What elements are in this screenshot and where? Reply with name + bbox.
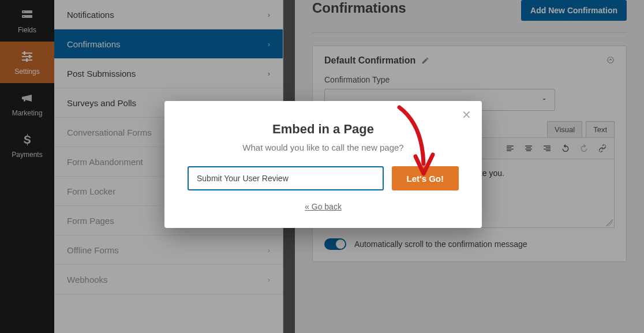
- go-back-link[interactable]: « Go back: [305, 202, 342, 211]
- modal-subtitle: What would you like to call the new page…: [188, 143, 459, 152]
- embed-modal: ✕ Embed in a Page What would you like to…: [164, 101, 482, 228]
- lets-go-button[interactable]: Let's Go!: [392, 166, 459, 190]
- close-icon[interactable]: ✕: [462, 108, 471, 122]
- modal-title: Embed in a Page: [188, 122, 459, 137]
- modal-form-row: Let's Go!: [188, 166, 459, 190]
- page-name-input[interactable]: [188, 166, 384, 190]
